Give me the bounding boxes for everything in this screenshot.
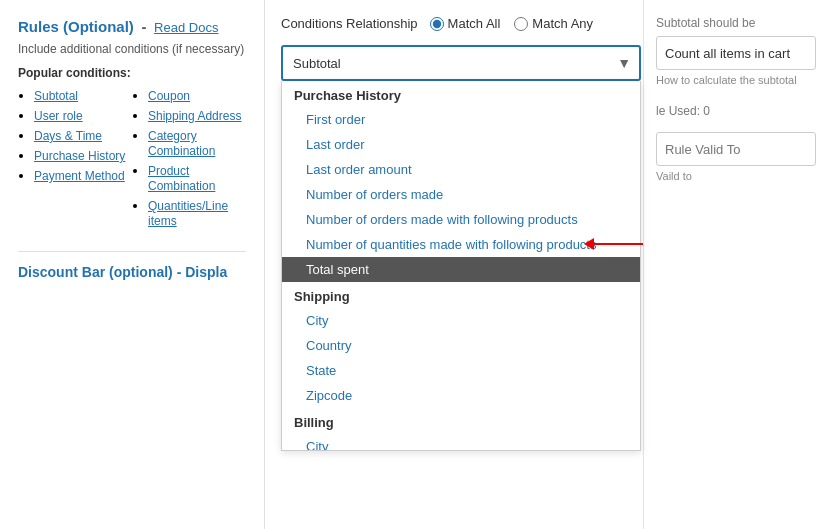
menu-item-quantities-following-products[interactable]: Number of quantities made with following… <box>282 232 640 257</box>
sidebar-title: Rules (Optional) <box>18 18 134 35</box>
sidebar-categorycombination-link[interactable]: Category Combination <box>148 129 215 158</box>
dropdown-menu: Purchase History First order Last order … <box>281 81 641 451</box>
rule-valid-to-input[interactable] <box>656 132 816 166</box>
radio-match-all-label: Match All <box>448 16 501 31</box>
rule-used-section: le Used: 0 <box>656 104 816 118</box>
group-header-purchase-history: Purchase History <box>282 81 640 107</box>
menu-item-shipping-country[interactable]: Country <box>282 333 640 358</box>
menu-item-number-of-orders[interactable]: Number of orders made <box>282 182 640 207</box>
menu-item-shipping-city[interactable]: City <box>282 308 640 333</box>
sidebar: Rules (Optional) - Read Docs Include add… <box>0 0 265 529</box>
sidebar-quantitieslineitems-link[interactable]: Quantities/Line items <box>148 199 228 228</box>
radio-match-all[interactable]: Match All <box>430 16 501 31</box>
sidebar-subtitle: Include additional conditions (if necess… <box>18 42 246 56</box>
menu-item-total-spent[interactable]: Total spent <box>282 257 640 282</box>
menu-item-first-order[interactable]: First order <box>282 107 640 132</box>
read-docs-link[interactable]: Read Docs <box>154 20 218 35</box>
rule-used-text: le Used: 0 <box>656 104 816 118</box>
radio-match-any-label: Match Any <box>532 16 593 31</box>
rule-valid-to-section: Vaild to <box>656 132 816 182</box>
sidebar-purchasehistory-link[interactable]: Purchase History <box>34 149 125 163</box>
sidebar-title-dash: - <box>141 18 146 35</box>
sidebar-coupon-link[interactable]: Coupon <box>148 89 190 103</box>
sidebar-bottom: Discount Bar (optional) - Displa <box>18 251 246 280</box>
menu-item-orders-following-products[interactable]: Number of orders made with following pro… <box>282 207 640 232</box>
sidebar-productcombination-link[interactable]: Product Combination <box>148 164 215 193</box>
dropdown-wrapper: Subtotal ▼ Purchase History First order … <box>281 45 641 81</box>
subtotal-dropdown[interactable]: Subtotal <box>281 45 641 81</box>
sidebar-userrole-link[interactable]: User role <box>34 109 83 123</box>
sidebar-col-1: Subtotal User role Days & Time Purchase … <box>18 88 132 233</box>
sidebar-bottom-title: Discount Bar (optional) - Displa <box>18 264 227 280</box>
menu-item-shipping-state[interactable]: State <box>282 358 640 383</box>
how-to-calculate-hint: How to calculate the subtotal <box>656 74 816 86</box>
right-panel: Subtotal should be How to calculate the … <box>643 0 828 529</box>
sidebar-shippingaddress-link[interactable]: Shipping Address <box>148 109 241 123</box>
count-all-items-input[interactable] <box>656 36 816 70</box>
radio-match-any[interactable]: Match Any <box>514 16 593 31</box>
group-header-billing: Billing <box>282 408 640 434</box>
sidebar-daystime-link[interactable]: Days & Time <box>34 129 102 143</box>
menu-item-billing-city[interactable]: City <box>282 434 640 451</box>
valid-to-hint: Vaild to <box>656 170 816 182</box>
radio-group: Match All Match Any <box>430 16 593 31</box>
menu-item-last-order-amount[interactable]: Last order amount <box>282 157 640 182</box>
sidebar-paymentmethod-link[interactable]: Payment Method <box>34 169 125 183</box>
group-header-shipping: Shipping <box>282 282 640 308</box>
sidebar-subtotal-link[interactable]: Subtotal <box>34 89 78 103</box>
menu-item-last-order[interactable]: Last order <box>282 132 640 157</box>
popular-conditions-label: Popular conditions: <box>18 66 246 80</box>
sidebar-col-2: Coupon Shipping Address Category Combina… <box>132 88 246 233</box>
menu-item-shipping-zipcode[interactable]: Zipcode <box>282 383 640 408</box>
subtotal-should-be-label: Subtotal should be <box>656 16 816 30</box>
conditions-relationship-label: Conditions Relationship <box>281 16 418 31</box>
main-content: Conditions Relationship Match All Match … <box>265 0 828 529</box>
